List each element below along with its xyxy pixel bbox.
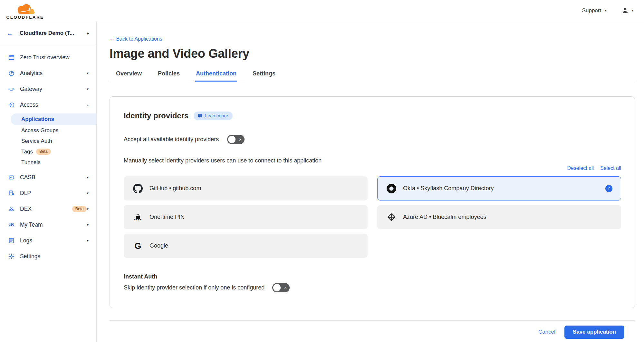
accept-all-label: Accept all available identity providers — [124, 136, 219, 143]
beta-badge: Beta — [72, 206, 87, 212]
topbar: CLOUDFLARE Support ▼ ▼ — [0, 0, 644, 21]
sidebar-header: ← Cloudflare Demo (T... ▸ — [0, 21, 96, 45]
sidebar-item-tags[interactable]: Tags Beta — [0, 146, 96, 157]
cloudflare-logo-text: CLOUDFLARE — [6, 15, 44, 20]
instant-auth-heading: Instant Auth — [124, 273, 621, 280]
sidebar-item-casb[interactable]: CASB ▾ — [0, 170, 96, 185]
toggle-knob — [228, 136, 235, 143]
save-application-button[interactable]: Save application — [564, 326, 624, 339]
azure-ad-icon — [386, 213, 397, 222]
manual-select-label: Manually select identity providers users… — [124, 157, 621, 164]
sidebar: ← Cloudflare Demo (T... ▸ Zero Trust ove… — [0, 21, 97, 342]
footer-actions: Cancel Save application — [110, 325, 635, 339]
sidebar-item-logs[interactable]: Logs ▾ — [0, 233, 96, 249]
sidebar-item-access-groups[interactable]: Access Groups — [0, 125, 96, 136]
chevron-down-icon: ▼ — [604, 9, 607, 12]
provider-label: Okta • Skyflash Company Directory — [403, 185, 494, 192]
sidebar-item-applications[interactable]: Applications — [11, 113, 96, 125]
provider-label: Azure AD • Bluecalm employees — [403, 214, 486, 220]
provider-github[interactable]: GitHub • github.com — [124, 176, 368, 200]
provider-okta[interactable]: Okta • Skyflash Company Directory ✓ — [377, 176, 621, 200]
tab-settings[interactable]: Settings — [252, 68, 276, 82]
sidebar-item-my-team[interactable]: My Team ▾ — [0, 217, 96, 233]
accept-all-toggle[interactable]: × — [227, 135, 245, 144]
tab-overview[interactable]: Overview — [115, 68, 142, 82]
chevron-down-icon: ▾ — [87, 175, 89, 180]
people-icon — [8, 221, 15, 229]
sidebar-item-service-auth[interactable]: Service Auth — [0, 136, 96, 146]
access-login-icon — [8, 102, 15, 109]
toggle-off-icon: × — [284, 285, 287, 290]
back-to-applications-link[interactable]: ← Back to Applications — [110, 36, 162, 42]
chevron-down-icon: ▾ — [87, 71, 89, 75]
chevron-down-icon: ▾ — [87, 87, 89, 91]
toggle-off-icon: × — [239, 137, 242, 142]
card-heading: Identity providers — [124, 111, 188, 120]
cloudflare-logo: CLOUDFLARE — [4, 1, 46, 20]
github-icon — [132, 184, 143, 193]
chevron-down-icon: ▾ — [87, 223, 89, 227]
gear-icon — [8, 253, 15, 260]
google-icon: G — [132, 241, 143, 250]
tab-policies[interactable]: Policies — [157, 68, 180, 82]
toggle-knob — [273, 284, 281, 291]
provider-google[interactable]: G Google — [124, 234, 368, 258]
tab-authentication[interactable]: Authentication — [195, 68, 237, 82]
cloudflare-cloud-icon — [11, 3, 39, 15]
provider-label: GitHub • github.com — [149, 185, 201, 192]
user-icon — [621, 7, 629, 14]
document-lock-icon — [8, 190, 15, 197]
provider-one-time-pin[interactable]: **** One-time PIN — [124, 205, 368, 229]
gateway-icon — [8, 86, 15, 93]
footer-divider — [110, 320, 635, 321]
chevron-down-icon: ▾ — [87, 207, 89, 211]
casb-check-box-icon — [8, 174, 15, 181]
back-arrow-icon[interactable]: ← — [6, 29, 13, 37]
sidebar-item-gateway[interactable]: Gateway ▾ — [0, 81, 96, 97]
chevron-up-icon: ▴ — [87, 103, 89, 107]
sidebar-item-settings[interactable]: Settings — [0, 249, 96, 264]
chevron-down-icon: ▾ — [87, 191, 89, 195]
pie-chart-icon — [8, 70, 15, 77]
provider-azure-ad[interactable]: Azure AD • Bluecalm employees — [377, 205, 621, 229]
expand-sidebar-icon[interactable]: ▸ — [87, 31, 89, 35]
dex-network-icon — [8, 206, 15, 213]
account-menu[interactable]: ▼ — [621, 7, 634, 14]
instant-auth-label: Skip identity provider selection if only… — [124, 284, 264, 291]
selected-check-icon: ✓ — [605, 185, 612, 192]
support-label: Support — [582, 7, 601, 14]
one-time-pin-icon: **** — [132, 213, 143, 221]
access-submenu: Applications Access Groups Service Auth … — [0, 113, 96, 170]
chevron-down-icon: ▼ — [631, 9, 634, 12]
support-menu[interactable]: Support ▼ — [582, 7, 607, 14]
cancel-button[interactable]: Cancel — [538, 329, 555, 335]
sidebar-item-dex[interactable]: DEX Beta ▾ — [0, 201, 96, 217]
deselect-all-link[interactable]: Deselect all — [567, 165, 594, 172]
main-content: ← Back to Applications Image and Video G… — [97, 21, 644, 342]
sidebar-item-zero-trust-overview[interactable]: Zero Trust overview — [0, 50, 96, 65]
sidebar-item-analytics[interactable]: Analytics ▾ — [0, 65, 96, 81]
learn-more-badge[interactable]: Learn more — [194, 112, 233, 120]
instant-auth-toggle[interactable]: × — [272, 283, 290, 292]
okta-icon — [386, 183, 397, 194]
sidebar-nav: Zero Trust overview Analytics ▾ Gateway — [0, 45, 96, 264]
provider-label: One-time PIN — [149, 214, 185, 220]
providers-grid: GitHub • github.com Okta • Skyflash Comp… — [124, 176, 621, 258]
select-all-link[interactable]: Select all — [600, 165, 621, 172]
browser-window-icon — [8, 54, 15, 61]
chevron-down-icon: ▾ — [87, 239, 89, 243]
sidebar-item-access[interactable]: Access ▴ — [0, 97, 96, 113]
identity-providers-card: Identity providers Learn more Accept all… — [110, 96, 635, 308]
beta-badge: Beta — [36, 149, 51, 155]
account-name[interactable]: Cloudflare Demo (T... — [13, 30, 87, 36]
provider-label: Google — [149, 242, 168, 249]
page-title: Image and Video Gallery — [110, 46, 635, 61]
sidebar-item-dlp[interactable]: DLP ▾ — [0, 185, 96, 201]
tab-bar: Overview Policies Authentication Setting… — [110, 68, 635, 81]
sidebar-item-tunnels[interactable]: Tunnels — [0, 157, 96, 168]
book-icon — [197, 113, 203, 119]
logs-document-icon — [8, 237, 15, 244]
